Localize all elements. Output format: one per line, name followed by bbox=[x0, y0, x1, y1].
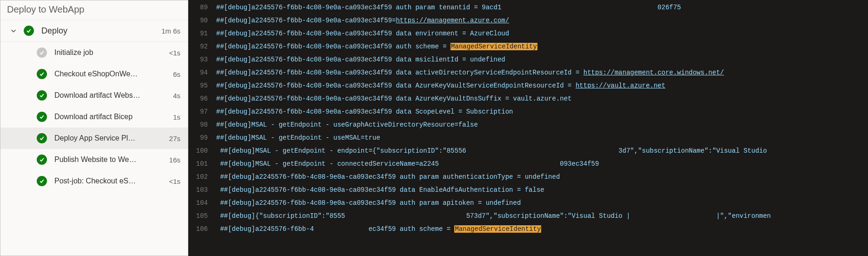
line-number: 105 bbox=[188, 209, 216, 222]
job-name: Deploy bbox=[41, 26, 161, 36]
log-text: ##[debug]a2245576-f6bb-4c08-9e0a-ca093ec… bbox=[216, 170, 560, 183]
success-icon bbox=[37, 112, 47, 122]
log-panel[interactable]: 89##[debug]a2245576-f6bb-4c08-9e0a-ca093… bbox=[188, 0, 868, 256]
step-label: Post-job: Checkout eS… bbox=[54, 177, 165, 185]
log-text: ##[debug]a2245576-f6bb-4c08-9e0a-ca093ec… bbox=[216, 196, 521, 209]
log-line: 103 ##[debug]a2245576-f6bb-4c08-9e0a-ca0… bbox=[188, 183, 868, 196]
line-number: 98 bbox=[188, 118, 216, 131]
log-text: ##[debug]MSAL - getEndpoint - useGraphAc… bbox=[216, 118, 478, 131]
search-highlight: ManagedServiceIdentity bbox=[454, 225, 541, 233]
step-label: Checkout eShopOnWe… bbox=[54, 70, 169, 78]
line-number: 103 bbox=[188, 183, 216, 196]
step-label: Download artifact Bicep bbox=[54, 113, 169, 121]
steps-panel: Deploy to WebApp Deploy 1m 6s Initialize… bbox=[0, 0, 188, 256]
step-duration: 4s bbox=[173, 92, 180, 100]
step-duration: 27s bbox=[169, 135, 180, 142]
step-duration: <1s bbox=[169, 177, 180, 185]
success-icon bbox=[37, 133, 47, 143]
log-line: 105 ##[debug]{"subscriptionID":"8555 573… bbox=[188, 209, 868, 222]
line-number: 106 bbox=[188, 222, 216, 236]
log-text: ##[debug]a2245576-f6bb-4c08-9e0a-ca093ec… bbox=[216, 105, 513, 118]
line-number: 94 bbox=[188, 66, 216, 79]
log-text: ##[debug]MSAL - getEndpoint - useMSAL=tr… bbox=[216, 131, 380, 144]
log-text: ##[debug]a2245576-f6bb-4c08-9e0a-ca093ec… bbox=[216, 79, 665, 92]
log-line: 91##[debug]a2245576-f6bb-4c08-9e0a-ca093… bbox=[188, 27, 868, 40]
log-text: ##[debug]{"subscriptionID":"8555 573d7",… bbox=[216, 209, 771, 222]
log-text: ##[debug]a2245576-f6bb-4c08-9e0a-ca093ec… bbox=[216, 183, 544, 196]
log-text: ##[debug]a2245576-f6bb-4c08-9e0a-ca093ec… bbox=[216, 66, 724, 79]
line-number: 101 bbox=[188, 157, 216, 170]
log-text: ##[debug]MSAL - getEndpoint - endpoint={… bbox=[216, 144, 771, 157]
log-line: 97##[debug]a2245576-f6bb-4c08-9e0a-ca093… bbox=[188, 105, 868, 118]
log-line: 98##[debug]MSAL - getEndpoint - useGraph… bbox=[188, 118, 868, 131]
log-line: 94##[debug]a2245576-f6bb-4c08-9e0a-ca093… bbox=[188, 66, 868, 79]
step-row[interactable]: Download artifact Webs…4s bbox=[0, 85, 188, 106]
log-line: 100 ##[debug]MSAL - getEndpoint - endpoi… bbox=[188, 144, 868, 157]
line-number: 102 bbox=[188, 170, 216, 183]
log-text: ##[debug]MSAL - getEndpoint - connectedS… bbox=[216, 157, 599, 170]
line-number: 100 bbox=[188, 144, 216, 157]
step-row[interactable]: Download artifact Bicep1s bbox=[0, 106, 188, 128]
step-duration: <1s bbox=[169, 49, 180, 57]
step-duration: 16s bbox=[169, 156, 180, 164]
search-highlight: ManagedServiceIdentity bbox=[451, 43, 537, 50]
log-line: 95##[debug]a2245576-f6bb-4c08-9e0a-ca093… bbox=[188, 79, 868, 92]
step-duration: 1s bbox=[173, 113, 180, 121]
job-row[interactable]: Deploy 1m 6s bbox=[0, 20, 188, 42]
log-text: ##[debug]a2245576-f6bb-4c08-9e0a-ca093ec… bbox=[216, 40, 537, 53]
step-row[interactable]: Post-job: Checkout eS…<1s bbox=[0, 170, 188, 192]
chevron-down-icon bbox=[10, 27, 17, 34]
success-icon bbox=[37, 90, 47, 101]
step-label: Publish Website to We… bbox=[54, 155, 166, 164]
line-number: 90 bbox=[188, 14, 216, 27]
success-icon bbox=[37, 155, 47, 165]
log-link[interactable]: https://vault.azure.net bbox=[576, 82, 665, 89]
log-line: 104 ##[debug]a2245576-f6bb-4c08-9e0a-ca0… bbox=[188, 196, 868, 209]
log-line: 99##[debug]MSAL - getEndpoint - useMSAL=… bbox=[188, 131, 868, 144]
log-line: 89##[debug]a2245576-f6bb-4c08-9e0a-ca093… bbox=[188, 1, 868, 14]
log-text: ##[debug]a2245576-f6bb-4c08-9e0a-ca093ec… bbox=[216, 92, 572, 105]
log-line: 96##[debug]a2245576-f6bb-4c08-9e0a-ca093… bbox=[188, 92, 868, 105]
log-text: ##[debug]a2245576-f6bb-4c08-9e0a-ca093ec… bbox=[216, 27, 509, 40]
skipped-icon bbox=[37, 47, 47, 58]
job-duration: 1m 6s bbox=[161, 27, 180, 35]
success-icon bbox=[24, 26, 34, 36]
line-number: 104 bbox=[188, 196, 216, 209]
log-link[interactable]: https://management.core.windows.net/ bbox=[583, 69, 724, 76]
line-number: 92 bbox=[188, 40, 216, 53]
log-line: 102 ##[debug]a2245576-f6bb-4c08-9e0a-ca0… bbox=[188, 170, 868, 183]
log-text: ##[debug]a2245576-f6bb-4c08-9e0a-ca093ec… bbox=[216, 14, 509, 27]
line-number: 96 bbox=[188, 92, 216, 105]
success-icon bbox=[37, 176, 47, 186]
step-row[interactable]: Deploy App Service Pl…27s bbox=[0, 128, 188, 149]
panel-title: Deploy to WebApp bbox=[0, 0, 188, 20]
step-row[interactable]: Initialize job<1s bbox=[0, 42, 188, 63]
log-link[interactable]: https://management.azure.com/ bbox=[396, 17, 509, 24]
log-text: ##[debug]a2245576-f6bb-4 ec34f59 auth sc… bbox=[216, 222, 541, 236]
step-label: Download artifact Webs… bbox=[54, 91, 169, 100]
step-label: Deploy App Service Pl… bbox=[54, 134, 166, 142]
log-line: 90##[debug]a2245576-f6bb-4c08-9e0a-ca093… bbox=[188, 14, 868, 27]
log-text: ##[debug]a2245576-f6bb-4c08-9e0a-ca093ec… bbox=[216, 53, 505, 66]
log-line: 106 ##[debug]a2245576-f6bb-4 ec34f59 aut… bbox=[188, 222, 868, 236]
log-line: 92##[debug]a2245576-f6bb-4c08-9e0a-ca093… bbox=[188, 40, 868, 53]
line-number: 99 bbox=[188, 131, 216, 144]
log-line: 101 ##[debug]MSAL - getEndpoint - connec… bbox=[188, 157, 868, 170]
log-line: 93##[debug]a2245576-f6bb-4c08-9e0a-ca093… bbox=[188, 53, 868, 66]
step-row[interactable]: Publish Website to We…16s bbox=[0, 149, 188, 170]
step-label: Initialize job bbox=[54, 48, 165, 57]
line-number: 89 bbox=[188, 1, 216, 14]
line-number: 93 bbox=[188, 53, 216, 66]
success-icon bbox=[37, 69, 47, 79]
step-duration: 6s bbox=[173, 70, 180, 78]
line-number: 91 bbox=[188, 27, 216, 40]
line-number: 95 bbox=[188, 79, 216, 92]
log-text: ##[debug]a2245576-f6bb-4c08-9e0a-ca093ec… bbox=[216, 1, 681, 14]
step-row[interactable]: Checkout eShopOnWe…6s bbox=[0, 63, 188, 85]
steps-list: Initialize job<1sCheckout eShopOnWe…6sDo… bbox=[0, 42, 188, 192]
line-number: 97 bbox=[188, 105, 216, 118]
